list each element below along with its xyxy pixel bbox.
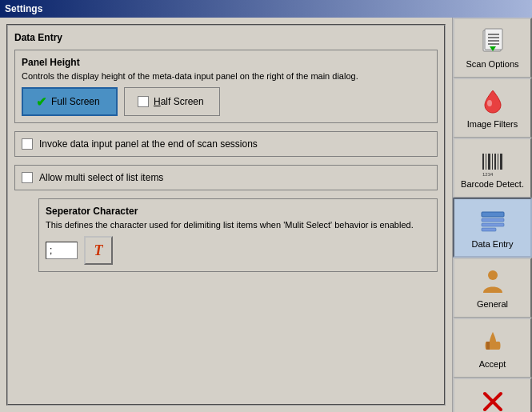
- svg-rect-10: [488, 154, 490, 170]
- svg-text:1234: 1234: [482, 172, 494, 176]
- separator-input[interactable]: [46, 242, 78, 259]
- svg-rect-9: [486, 154, 486, 170]
- scan-options-icon: [477, 27, 509, 56]
- half-screen-checkbox-icon: [138, 96, 149, 107]
- sidebar-item-data-entry[interactable]: Data Entry: [453, 198, 532, 258]
- invoke-checkbox-label: Invoke data input panel at the end of sc…: [39, 138, 258, 150]
- section-title: Data Entry: [14, 32, 438, 43]
- svg-rect-13: [498, 154, 498, 170]
- separator-box: Seperator Character This defines the cha…: [38, 198, 438, 272]
- accept-icon: [477, 327, 509, 356]
- main-container: Data Entry Panel Height Controls the dis…: [0, 18, 532, 412]
- panel-height-buttons: ✔ Full Screen Half Screen: [22, 87, 430, 116]
- svg-rect-21: [486, 342, 490, 350]
- title-bar-label: Settings: [5, 3, 42, 14]
- full-screen-checkmark-icon: ✔: [36, 94, 46, 110]
- svg-rect-18: [482, 223, 504, 226]
- separator-title: Seperator Character: [46, 206, 430, 217]
- barcode-detect-icon: 1234: [477, 147, 509, 176]
- data-entry-label: Data Entry: [472, 239, 514, 249]
- panel-height-desc: Controls the display height of the meta-…: [22, 71, 430, 81]
- scan-options-label: Scan Options: [466, 59, 518, 69]
- panel-height-title: Panel Height: [22, 57, 430, 68]
- multi-select-checkbox-row: Allow multi select of list items: [14, 165, 438, 190]
- separator-desc: This defines the character used for deli…: [46, 220, 430, 230]
- sidebar-item-image-filters[interactable]: Image Filters: [453, 78, 532, 138]
- barcode-detect-label: Barcode Detect.: [461, 179, 524, 189]
- half-screen-button[interactable]: Half Screen: [124, 87, 220, 116]
- svg-rect-19: [482, 228, 496, 231]
- svg-rect-8: [482, 154, 484, 170]
- separator-controls: T: [46, 236, 430, 265]
- title-bar: Settings: [0, 0, 532, 18]
- half-screen-label: Half Screen: [154, 96, 204, 107]
- full-screen-button[interactable]: ✔ Full Screen: [22, 87, 118, 116]
- image-filters-icon: [477, 87, 509, 116]
- ti-button[interactable]: T: [84, 236, 113, 265]
- svg-rect-14: [500, 154, 502, 170]
- sidebar-item-cancel[interactable]: Cancel: [453, 378, 532, 412]
- general-icon: [477, 267, 509, 296]
- content-area: Data Entry Panel Height Controls the dis…: [0, 18, 452, 412]
- panel-height-box: Panel Height Controls the display height…: [14, 50, 438, 123]
- multi-select-checkbox-label: Allow multi select of list items: [39, 172, 163, 183]
- image-filters-label: Image Filters: [467, 119, 518, 129]
- data-entry-icon: [477, 207, 509, 236]
- accept-label: Accept: [479, 359, 506, 369]
- content-panel: Data Entry Panel Height Controls the dis…: [6, 24, 446, 406]
- svg-rect-17: [482, 218, 504, 222]
- invoke-checkbox-icon[interactable]: [22, 138, 33, 150]
- sidebar-item-general[interactable]: General: [453, 258, 532, 318]
- ti-button-label: T: [94, 242, 103, 259]
- svg-point-7: [487, 100, 492, 106]
- svg-rect-11: [492, 154, 493, 170]
- sidebar-item-scan-options[interactable]: Scan Options: [453, 18, 532, 78]
- multi-select-checkbox-icon[interactable]: [22, 172, 33, 183]
- invoke-checkbox-row: Invoke data input panel at the end of sc…: [14, 131, 438, 157]
- svg-point-20: [488, 270, 498, 280]
- full-screen-label: Full Screen: [51, 96, 100, 107]
- cancel-icon: [477, 387, 509, 412]
- general-label: General: [477, 299, 508, 309]
- sidebar-item-barcode-detect[interactable]: 1234 Barcode Detect.: [453, 138, 532, 198]
- svg-rect-12: [494, 154, 496, 170]
- sidebar: Scan Options Image Filters: [452, 18, 532, 412]
- svg-rect-16: [482, 212, 504, 217]
- sidebar-item-accept[interactable]: Accept: [453, 318, 532, 378]
